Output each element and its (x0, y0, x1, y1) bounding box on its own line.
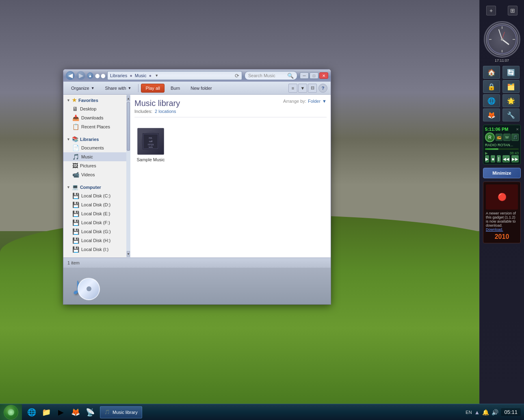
addr-dropdown[interactable]: ▼ (155, 74, 158, 78)
new-folder-label: New folder (191, 86, 212, 91)
organize-button[interactable]: Organize ▼ (67, 84, 99, 93)
libraries-label: Libraries (80, 137, 99, 142)
nav-documents[interactable]: 📄 Documents (63, 143, 126, 152)
downloads-label: Downloads (81, 115, 103, 120)
library-header: Music library Includes: 2 locations Arra… (134, 99, 327, 117)
nav-scrollbar[interactable]: ▲ ▼ (126, 95, 130, 258)
taskbar-icon-explorer[interactable]: 📁 (40, 406, 53, 419)
nav-scroll-down[interactable]: ▼ (127, 251, 130, 257)
right-panel: + ⊞ (479, 0, 524, 404)
arrange-label: Arrange by: (283, 99, 306, 104)
addr-search-icon[interactable]: ⟳ (235, 73, 239, 79)
back-button[interactable]: ◀ (66, 71, 75, 80)
share-with-button[interactable]: Share with ▼ (101, 84, 136, 93)
panel-icon-1[interactable]: 🔄 (502, 66, 520, 79)
arrange-value[interactable]: Folder (308, 99, 320, 104)
nav-videos[interactable]: 📹 Videos (63, 170, 126, 179)
nav-local-disk-h[interactable]: 💾 Local Disk (H:) (63, 236, 126, 245)
disk-d-icon: 💾 (72, 201, 79, 208)
show-hidden-icon[interactable]: ▲ (474, 409, 480, 416)
maximize-button[interactable]: □ (310, 72, 318, 79)
nav-local-disk-d[interactable]: 💾 Local Disk (D:) (63, 200, 126, 209)
search-bar[interactable]: Search Music 🔍 (245, 71, 297, 80)
nav-local-disk-c[interactable]: 💾 Local Disk (C:) (63, 191, 126, 200)
forward-button[interactable]: ▶ (76, 71, 85, 80)
panel-icon-6[interactable]: 🦊 (483, 108, 500, 121)
mp-stop-button[interactable]: ■ (491, 155, 495, 162)
mp-prev-button[interactable]: ◀◀ (502, 155, 510, 162)
libraries-icon: 📚 (72, 136, 78, 142)
list-item[interactable]: mr. ruff ninja tuna Sample Music (134, 126, 167, 164)
view-dropdown-button[interactable]: ▼ (298, 84, 307, 93)
addr-music[interactable]: Music (135, 73, 147, 78)
libraries-header[interactable]: ▼ 📚 Libraries (63, 134, 126, 143)
nav-pictures[interactable]: 🖼 Pictures (63, 161, 126, 170)
taskbar-icon-firefox[interactable]: 🦊 (69, 406, 82, 419)
computer-header[interactable]: ▼ 💻 Computer (63, 182, 126, 191)
up-button[interactable]: ▲ (87, 72, 93, 79)
refresh-button[interactable]: ⬤ (95, 74, 99, 78)
view-extra-button[interactable]: ⊟ (308, 84, 317, 93)
nav-downloads[interactable]: 📥 Downloads (63, 113, 126, 122)
nav-local-disk-e[interactable]: 💾 Local Disk (E:) (63, 209, 126, 218)
language-indicator[interactable]: EN (466, 410, 472, 415)
panel-icon-5[interactable]: 🌟 (502, 94, 520, 107)
address-bar[interactable]: Libraries ● Music ● ▼ ⟳ (107, 71, 242, 80)
mp-pause-button[interactable]: ‖ (497, 155, 501, 162)
update-download-link[interactable]: Download. (486, 227, 503, 232)
taskbar-icon-ie[interactable]: 🌐 (25, 406, 38, 419)
start-button[interactable] (0, 404, 22, 420)
burn-button[interactable]: Burn (166, 84, 184, 93)
mp-icon-3[interactable]: 🎵 (511, 134, 519, 141)
minimize-button[interactable]: ─ (300, 72, 309, 79)
minimize-widget[interactable]: Minimize (483, 168, 521, 178)
nav-scroll-thumb[interactable] (127, 102, 130, 151)
nav-recent-places[interactable]: 📋 Recent Places (63, 122, 126, 131)
locations-link[interactable]: 2 locations (155, 109, 176, 114)
close-button[interactable]: ✕ (319, 72, 328, 79)
mp-next-button[interactable]: ▶▶ (511, 155, 519, 162)
disk-f-label: Local Disk (F:) (81, 220, 110, 225)
taskbar-right: EN ▲ 🔔 🔊 05:11 (466, 408, 524, 416)
nav-local-disk-g[interactable]: 💾 Local Disk (G:) (63, 227, 126, 236)
panel-icon-4[interactable]: 🌐 (483, 94, 500, 107)
volume-icon[interactable]: 🔊 (492, 409, 498, 416)
panel-icon-0[interactable]: 🏠 (483, 66, 500, 79)
arrange-dropdown-icon[interactable]: ▼ (322, 99, 327, 104)
taskbar-icon-network[interactable]: 📡 (84, 406, 97, 419)
mp-close-button[interactable]: × (516, 127, 519, 132)
taskbar-clock[interactable]: 05:11 (501, 408, 521, 416)
panel-options-button[interactable]: ⊞ (508, 6, 518, 15)
update-widget: 🔴 A newer version of this gadget (1.1.2)… (483, 182, 521, 243)
panel-add-button[interactable]: + (486, 6, 496, 15)
update-year: 2010 (486, 233, 518, 240)
nav-music[interactable]: 🎵 Music (63, 152, 126, 161)
recent-button[interactable]: ⬤ (101, 74, 105, 78)
media-disc (78, 278, 100, 300)
notification-icon[interactable]: 🔔 (482, 409, 489, 416)
favorites-header[interactable]: ▼ ★ Favorites (63, 95, 126, 104)
play-all-button[interactable]: Play all (141, 84, 164, 93)
addr-libraries[interactable]: Libraries (110, 73, 127, 78)
cd-art-svg: mr. ruff ninja tuna (143, 133, 159, 149)
panel-icon-2[interactable]: 🔒 (483, 80, 500, 93)
mp-icon-2[interactable]: W (503, 134, 511, 141)
mp-play-button[interactable]: ▶ (485, 155, 489, 162)
help-button[interactable]: ? (318, 84, 327, 93)
mp-icon-1[interactable]: 📻 (496, 134, 503, 141)
nav-scroll-up[interactable]: ▲ (127, 95, 130, 101)
search-placeholder-text: Search Music (248, 73, 275, 78)
svg-text:ruff: ruff (149, 140, 153, 143)
nav-local-disk-f[interactable]: 💾 Local Disk (F:) (63, 218, 126, 227)
view-details-button[interactable]: ≡ (288, 84, 297, 93)
new-folder-button[interactable]: New folder (186, 84, 217, 93)
panel-icon-3[interactable]: 🗂️ (502, 80, 520, 93)
taskbar-window-music[interactable]: 🎵 Music library (100, 406, 142, 418)
mp-progress-bar[interactable] (485, 148, 519, 150)
nav-desktop[interactable]: 🖥 Desktop (63, 104, 126, 113)
taskbar-icon-media[interactable]: ▶ (54, 406, 67, 419)
media-player-widget: 5:11:06 PM × R 📻 W 🎵 RADIO ROTAN... ▶ 38… (483, 125, 521, 165)
panel-icon-7[interactable]: 🔧 (502, 108, 520, 121)
nav-local-disk-i[interactable]: 💾 Local Disk (I:) (63, 245, 126, 254)
search-icon[interactable]: 🔍 (287, 73, 294, 79)
